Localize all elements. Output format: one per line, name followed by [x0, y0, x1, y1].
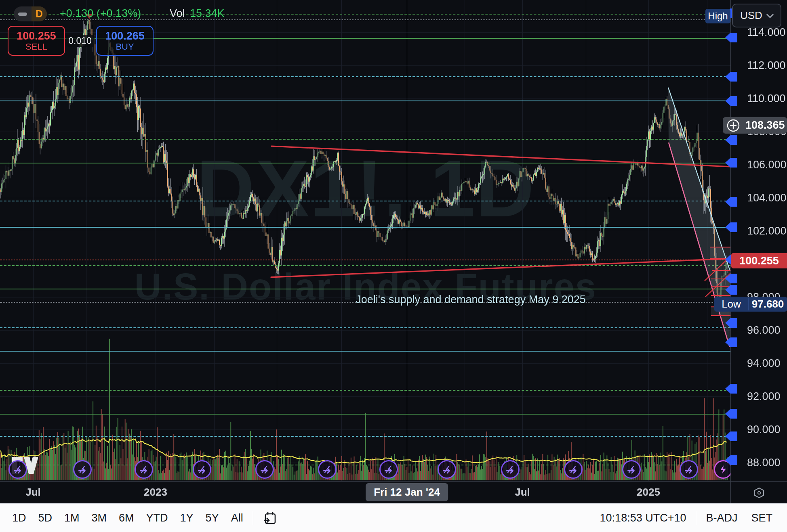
crosshair-price-value: 108.365 [745, 119, 785, 132]
strategy-annotation[interactable]: Joeli's supply and demand strategy May 9… [356, 293, 586, 306]
sell-button[interactable]: 100.255 SELL [8, 26, 65, 56]
price-alert-flag-icon[interactable] [725, 318, 737, 328]
price-axis-label: 110.000 [747, 92, 786, 105]
chart-drawings-layer [0, 0, 730, 481]
price-alert-flag-icon[interactable] [725, 135, 737, 145]
time-axis-label: Jul [25, 486, 41, 498]
price-axis-label: 102.000 [747, 225, 787, 237]
range-button-1d[interactable]: 1D [12, 512, 26, 524]
price-alert-flag-icon[interactable] [725, 96, 737, 106]
time-axis-label: Jul [515, 486, 530, 498]
contract-rollover-marker-icon[interactable] [73, 460, 92, 479]
low-value: 97.680 [749, 298, 787, 310]
price-alert-flag-icon[interactable] [725, 222, 737, 232]
legend-collapsed-pill[interactable]: D [14, 6, 47, 21]
price-axis[interactable]: 114.000112.000110.000108.000106.000104.0… [730, 0, 787, 481]
price-axis-label: 88.000 [747, 457, 781, 469]
back-adjust-toggle[interactable]: B-ADJ [706, 512, 737, 524]
price-alert-flag-icon[interactable] [725, 32, 737, 43]
price-alert-flag-icon[interactable] [725, 431, 737, 442]
contract-rollover-marker-icon[interactable] [255, 460, 274, 479]
contract-rollover-marker-icon[interactable] [564, 460, 583, 479]
chart-pane[interactable]: DX1!, 1D U.S. Dollar Index Futures Joeli… [0, 0, 730, 481]
price-axis-label: 92.000 [747, 390, 781, 403]
contract-rollover-marker-icon[interactable] [193, 460, 211, 479]
volume-label: Vol [170, 7, 185, 20]
range-selector: 1D5D1M3M6MYTD1Y5YAll [12, 512, 243, 524]
price-axis-label: 114.000 [747, 26, 786, 39]
toolbar-divider [253, 511, 253, 525]
price-axis-label: 104.000 [747, 192, 787, 204]
bottom-toolbar: 1D5D1M3M6MYTD1Y5YAll 10:18:53 UTC+10 B-A… [0, 503, 787, 532]
currency-selector[interactable]: USD [732, 4, 781, 27]
trading-chart-app: DX1!, 1D U.S. Dollar Index Futures Joeli… [0, 0, 787, 532]
price-axis-label: 96.000 [747, 324, 781, 337]
settlement-toggle[interactable]: SET [751, 512, 772, 524]
contract-rollover-marker-icon[interactable] [318, 460, 337, 479]
range-button-1y[interactable]: 1Y [180, 512, 194, 524]
buy-button[interactable]: 100.265 BUY [96, 26, 154, 56]
price-alert-flag-icon[interactable] [725, 455, 737, 465]
descending-resistance-trendline[interactable] [271, 146, 730, 167]
contract-rollover-marker-icon[interactable] [379, 460, 398, 479]
contract-rollover-marker-icon[interactable] [8, 460, 27, 479]
range-button-1m[interactable]: 1M [64, 512, 80, 524]
price-axis-label: 90.000 [747, 423, 781, 436]
range-button-3m[interactable]: 3M [92, 512, 107, 524]
price-alert-flag-icon[interactable] [725, 157, 737, 168]
price-alert-flag-icon[interactable] [725, 337, 737, 348]
crosshair-date-badge: Fri 12 Jan '24 [366, 483, 448, 501]
low-price-badge: Low 97.680 [714, 297, 787, 312]
contract-rollover-marker-icon[interactable] [622, 460, 641, 479]
range-button-all[interactable]: All [231, 512, 243, 524]
sell-price: 100.255 [17, 30, 56, 42]
clock-timezone[interactable]: 10:18:53 UTC+10 [600, 512, 686, 524]
price-alert-flag-icon[interactable] [725, 285, 737, 295]
currency-value: USD [740, 9, 765, 22]
crosshair-price-label[interactable]: 108.365 [723, 117, 787, 134]
chevron-down-icon [765, 13, 775, 19]
scale-settings-icon[interactable] [753, 487, 765, 499]
contract-rollover-marker-icon[interactable] [680, 460, 698, 479]
contract-rollover-marker-icon[interactable] [501, 460, 520, 479]
contract-rollover-marker-icon[interactable] [438, 460, 456, 479]
price-change-text: +0.130 (+0.13%) [60, 7, 141, 20]
price-axis-label: 112.000 [747, 59, 786, 72]
price-axis-label: 94.000 [747, 357, 781, 370]
price-alert-flag-icon[interactable] [725, 408, 737, 419]
go-to-date-icon[interactable] [263, 511, 277, 525]
buy-price: 100.265 [105, 30, 145, 42]
range-button-5d[interactable]: 5D [38, 512, 53, 524]
legend-collapse-button[interactable] [14, 13, 32, 16]
crosshair-vertical-line [407, 0, 407, 481]
range-button-ytd[interactable]: YTD [146, 512, 168, 524]
range-button-6m[interactable]: 6M [119, 512, 134, 524]
high-price-badge: High [705, 9, 730, 23]
price-axis-label: 106.000 [747, 159, 787, 171]
last-price-badge: 100.255 [731, 253, 787, 268]
range-button-5y[interactable]: 5Y [206, 512, 219, 524]
contract-rollover-marker-icon[interactable] [135, 460, 153, 479]
price-alert-flag-icon[interactable] [725, 71, 737, 82]
sell-label: SELL [25, 42, 47, 52]
price-alert-flag-icon[interactable] [725, 273, 737, 284]
ascending-support-trendline[interactable] [271, 259, 730, 277]
spread-value: 0.010 [65, 35, 95, 47]
interval-badge[interactable]: D [32, 6, 47, 21]
time-axis[interactable]: Fri 12 Jan '24 Jul2023Jul2025 [0, 481, 730, 504]
toolbar-divider [696, 511, 696, 525]
price-alert-flag-icon[interactable] [725, 383, 737, 394]
add-alert-plus-icon[interactable] [726, 118, 741, 133]
time-axis-label: 2025 [637, 486, 660, 498]
volume-value: 15.34K [190, 7, 225, 20]
time-axis-corner[interactable] [730, 481, 787, 504]
minus-icon [18, 13, 27, 16]
time-axis-label: 2023 [144, 486, 167, 498]
price-alert-flag-icon[interactable] [725, 197, 737, 207]
low-label: Low [714, 298, 749, 310]
buy-label: BUY [116, 42, 134, 52]
footer-right-group: 10:18:53 UTC+10 B-ADJ SET [600, 511, 772, 525]
